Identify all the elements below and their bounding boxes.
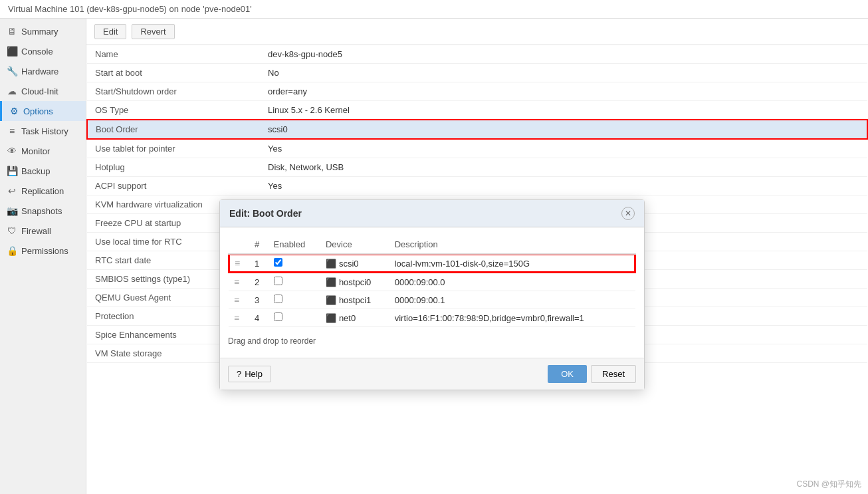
sidebar-icon-hardware: 🔧 bbox=[7, 66, 17, 76]
options-row: Start/Shutdown orderorder=any bbox=[87, 82, 867, 101]
help-label: Help bbox=[245, 369, 263, 379]
option-label: Boot Order bbox=[87, 120, 260, 139]
sidebar-item-cloud-init[interactable]: ☁Cloud-Init bbox=[0, 81, 86, 101]
boot-order-dialog: Edit: Boot Order ✕ # Enabled Device Desc… bbox=[219, 199, 645, 390]
sidebar-item-backup[interactable]: 💾Backup bbox=[0, 161, 86, 181]
sidebar-icon-replication: ↩ bbox=[7, 185, 17, 196]
row-device: ⬛scsi0 bbox=[320, 254, 389, 273]
col-description: Description bbox=[389, 235, 635, 254]
option-label: Use tablet for pointer bbox=[87, 139, 260, 158]
option-label: ACPI support bbox=[87, 177, 260, 195]
row-description: virtio=16:F1:00:78:98:9D,bridge=vmbr0,fi… bbox=[389, 309, 635, 327]
sidebar-icon-task-history: ≡ bbox=[7, 126, 17, 136]
row-enabled[interactable] bbox=[269, 291, 320, 309]
options-row: Use tablet for pointerYes bbox=[87, 139, 867, 158]
sidebar-icon-console: ⬛ bbox=[7, 46, 17, 57]
sidebar-icon-summary: 🖥 bbox=[7, 26, 17, 37]
sidebar-label-firewall: Firewall bbox=[21, 226, 51, 236]
dialog-footer: ? Help OK Reset bbox=[220, 358, 644, 390]
sidebar-item-options[interactable]: ⚙Options bbox=[0, 101, 86, 121]
row-device: ⬛net0 bbox=[320, 309, 389, 327]
ok-button[interactable]: OK bbox=[548, 365, 587, 383]
sidebar-item-hardware[interactable]: 🔧Hardware bbox=[0, 61, 86, 81]
sidebar-icon-firewall: 🛡 bbox=[7, 225, 17, 236]
row-device: ⬛hostpci0 bbox=[320, 273, 389, 291]
col-enabled: Enabled bbox=[269, 235, 320, 254]
sidebar-icon-snapshots: 📷 bbox=[7, 205, 17, 216]
row-enabled[interactable] bbox=[269, 273, 320, 291]
footer-right: OK Reset bbox=[548, 365, 636, 383]
col-num: # bbox=[249, 235, 269, 254]
watermark: CSDN @知乎知先 bbox=[796, 479, 861, 490]
drag-handle[interactable]: ≡ bbox=[229, 254, 249, 273]
option-label: Start at boot bbox=[87, 64, 260, 82]
options-row: Namedev-k8s-gpu-node5 bbox=[87, 45, 867, 64]
option-value: Yes bbox=[260, 177, 867, 195]
sidebar-label-replication: Replication bbox=[21, 186, 64, 196]
sidebar-item-monitor[interactable]: 👁Monitor bbox=[0, 141, 86, 161]
sidebar-label-cloud-init: Cloud-Init bbox=[21, 86, 58, 96]
option-value: scsi0 bbox=[260, 120, 867, 139]
drag-handle[interactable]: ≡ bbox=[229, 309, 249, 327]
sidebar-label-summary: Summary bbox=[21, 27, 58, 37]
sidebar-item-summary[interactable]: 🖥Summary bbox=[0, 21, 86, 41]
option-value: dev-k8s-gpu-node5 bbox=[260, 45, 867, 64]
boot-table-row: ≡4⬛net0virtio=16:F1:00:78:98:9D,bridge=v… bbox=[229, 309, 635, 327]
sidebar-label-options: Options bbox=[23, 106, 53, 116]
sidebar-item-task-history[interactable]: ≡Task History bbox=[0, 121, 86, 141]
dialog-title: Edit: Boot Order bbox=[229, 208, 302, 219]
drag-drop-hint: Drag and drop to reorder bbox=[228, 332, 636, 350]
sidebar-icon-permissions: 🔒 bbox=[7, 245, 17, 256]
row-num: 3 bbox=[249, 291, 269, 309]
sidebar: 🖥Summary⬛Console🔧Hardware☁Cloud-Init⚙Opt… bbox=[0, 19, 86, 494]
drag-handle[interactable]: ≡ bbox=[229, 291, 249, 309]
sidebar-icon-backup: 💾 bbox=[7, 166, 17, 176]
option-label: Start/Shutdown order bbox=[87, 82, 260, 101]
sidebar-item-permissions[interactable]: 🔒Permissions bbox=[0, 241, 86, 261]
option-value: Disk, Network, USB bbox=[260, 158, 867, 177]
option-value: order=any bbox=[260, 82, 867, 101]
sidebar-label-monitor: Monitor bbox=[21, 146, 50, 156]
title-text: Virtual Machine 101 (dev-k8s-gpu-node5) … bbox=[8, 4, 252, 14]
row-enabled[interactable] bbox=[269, 309, 320, 327]
sidebar-label-task-history: Task History bbox=[21, 126, 68, 136]
dialog-header: Edit: Boot Order ✕ bbox=[220, 200, 644, 227]
sidebar-item-console[interactable]: ⬛Console bbox=[0, 41, 86, 61]
row-num: 2 bbox=[249, 273, 269, 291]
boot-table-body: ≡1⬛scsi0local-lvm:vm-101-disk-0,size=150… bbox=[229, 254, 635, 327]
sidebar-icon-options: ⚙ bbox=[9, 106, 19, 116]
sidebar-label-console: Console bbox=[21, 47, 53, 57]
dialog-close-button[interactable]: ✕ bbox=[621, 207, 635, 220]
option-value: Linux 5.x - 2.6 Kernel bbox=[260, 101, 867, 120]
sidebar-icon-monitor: 👁 bbox=[7, 146, 17, 156]
sidebar-item-firewall[interactable]: 🛡Firewall bbox=[0, 221, 86, 241]
help-button[interactable]: ? Help bbox=[228, 366, 271, 382]
row-enabled[interactable] bbox=[269, 254, 320, 273]
title-bar: Virtual Machine 101 (dev-k8s-gpu-node5) … bbox=[0, 0, 868, 19]
boot-table-row: ≡2⬛hostpci00000:09:00.0 bbox=[229, 273, 635, 291]
options-row: OS TypeLinux 5.x - 2.6 Kernel bbox=[87, 101, 867, 120]
boot-table-row: ≡1⬛scsi0local-lvm:vm-101-disk-0,size=150… bbox=[229, 254, 635, 273]
boot-table-header: # Enabled Device Description bbox=[229, 235, 635, 254]
sidebar-item-replication[interactable]: ↩Replication bbox=[0, 181, 86, 201]
sidebar-label-hardware: Hardware bbox=[21, 66, 58, 76]
option-value: No bbox=[260, 64, 867, 82]
row-device: ⬛hostpci1 bbox=[320, 291, 389, 309]
row-description: 0000:09:00.0 bbox=[389, 273, 635, 291]
options-row: Start at bootNo bbox=[87, 64, 867, 82]
row-description: local-lvm:vm-101-disk-0,size=150G bbox=[389, 254, 635, 273]
sidebar-icon-cloud-init: ☁ bbox=[7, 86, 17, 96]
option-value: Yes bbox=[260, 139, 867, 158]
boot-table-row: ≡3⬛hostpci10000:09:00.1 bbox=[229, 291, 635, 309]
reset-button[interactable]: Reset bbox=[591, 365, 636, 383]
sidebar-label-backup: Backup bbox=[21, 166, 50, 176]
edit-button[interactable]: Edit bbox=[94, 24, 126, 39]
sidebar-item-snapshots[interactable]: 📷Snapshots bbox=[0, 201, 86, 221]
boot-order-table: # Enabled Device Description ≡1⬛scsi0loc… bbox=[228, 235, 636, 327]
sidebar-label-snapshots: Snapshots bbox=[21, 206, 62, 216]
option-label: OS Type bbox=[87, 101, 260, 120]
drag-handle[interactable]: ≡ bbox=[229, 273, 249, 291]
revert-button[interactable]: Revert bbox=[132, 24, 174, 39]
col-drag bbox=[229, 235, 249, 254]
row-num: 4 bbox=[249, 309, 269, 327]
